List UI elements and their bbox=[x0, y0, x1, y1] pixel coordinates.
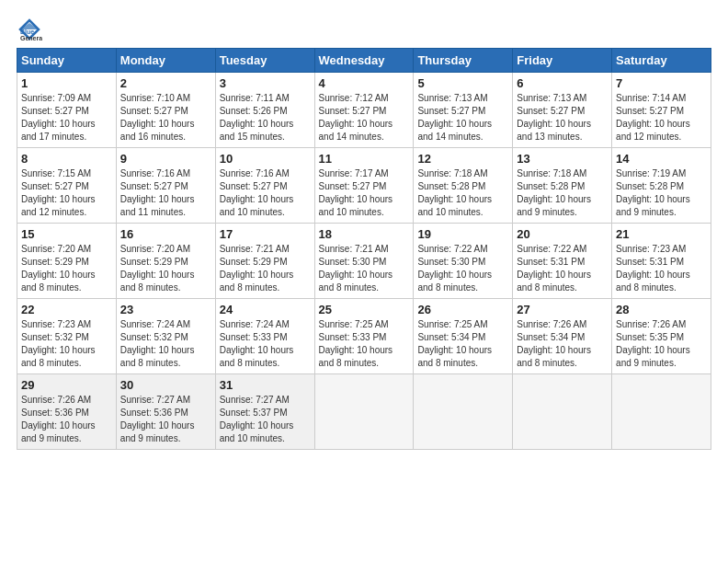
sunset-text: Sunset: 5:31 PM bbox=[517, 256, 608, 269]
day-number: 23 bbox=[120, 303, 211, 316]
sunset-text: Sunset: 5:32 PM bbox=[21, 331, 112, 344]
sunset-text: Sunset: 5:27 PM bbox=[517, 105, 608, 118]
day-info: Sunrise: 7:27 AMSunset: 5:36 PMDaylight:… bbox=[120, 394, 211, 445]
sunset-text: Sunset: 5:28 PM bbox=[417, 180, 508, 193]
day-info: Sunrise: 7:17 AMSunset: 5:27 PMDaylight:… bbox=[319, 167, 410, 219]
sunset-text: Sunset: 5:27 PM bbox=[616, 105, 707, 118]
day-info: Sunrise: 7:23 AMSunset: 5:32 PMDaylight:… bbox=[21, 318, 112, 370]
daylight-text: Daylight: 10 hours and 8 minutes. bbox=[616, 269, 707, 294]
sunset-text: Sunset: 5:28 PM bbox=[616, 180, 707, 193]
sunset-text: Sunset: 5:27 PM bbox=[21, 105, 112, 118]
sunrise-text: Sunrise: 7:18 AM bbox=[417, 167, 508, 180]
day-info: Sunrise: 7:26 AMSunset: 5:35 PMDaylight:… bbox=[616, 318, 707, 370]
daylight-text: Daylight: 10 hours and 8 minutes. bbox=[417, 269, 508, 294]
daylight-text: Daylight: 10 hours and 9 minutes. bbox=[120, 419, 211, 445]
day-info: Sunrise: 7:26 AMSunset: 5:36 PMDaylight:… bbox=[21, 394, 112, 445]
sunset-text: Sunset: 5:34 PM bbox=[517, 331, 608, 344]
calendar-table: SundayMondayTuesdayWednesdayThursdayFrid… bbox=[17, 48, 711, 450]
weekday-header-sunday: Sunday bbox=[17, 49, 117, 73]
day-number: 26 bbox=[417, 303, 508, 316]
calendar-week-2: 8Sunrise: 7:15 AMSunset: 5:27 PMDaylight… bbox=[17, 148, 711, 224]
calendar-cell: 26Sunrise: 7:25 AMSunset: 5:34 PMDayligh… bbox=[414, 299, 513, 374]
weekday-header-thursday: Thursday bbox=[414, 49, 513, 73]
day-number: 27 bbox=[517, 303, 608, 316]
calendar-cell: 31Sunrise: 7:27 AMSunset: 5:37 PMDayligh… bbox=[215, 374, 314, 450]
sunrise-text: Sunrise: 7:24 AM bbox=[120, 318, 211, 331]
day-info: Sunrise: 7:22 AMSunset: 5:31 PMDaylight:… bbox=[517, 243, 608, 294]
day-number: 12 bbox=[417, 152, 508, 166]
weekday-header-tuesday: Tuesday bbox=[215, 49, 314, 73]
calendar-cell: 9Sunrise: 7:16 AMSunset: 5:27 PMDaylight… bbox=[116, 148, 215, 224]
daylight-text: Daylight: 10 hours and 10 minutes. bbox=[319, 193, 410, 219]
weekday-header-monday: Monday bbox=[116, 49, 215, 73]
header: General Blue bbox=[17, 17, 711, 42]
calendar-cell: 20Sunrise: 7:22 AMSunset: 5:31 PMDayligh… bbox=[513, 224, 612, 299]
daylight-text: Daylight: 10 hours and 8 minutes. bbox=[417, 344, 508, 370]
sunrise-text: Sunrise: 7:26 AM bbox=[517, 318, 608, 331]
sunset-text: Sunset: 5:30 PM bbox=[319, 256, 410, 269]
calendar-cell: 10Sunrise: 7:16 AMSunset: 5:27 PMDayligh… bbox=[215, 148, 314, 224]
sunrise-text: Sunrise: 7:12 AM bbox=[319, 92, 410, 105]
calendar-cell: 12Sunrise: 7:18 AMSunset: 5:28 PMDayligh… bbox=[414, 148, 513, 224]
daylight-text: Daylight: 10 hours and 8 minutes. bbox=[220, 269, 311, 294]
day-number: 18 bbox=[319, 227, 410, 241]
day-info: Sunrise: 7:16 AMSunset: 5:27 PMDaylight:… bbox=[120, 167, 211, 219]
day-number: 25 bbox=[319, 303, 410, 316]
calendar-cell: 28Sunrise: 7:26 AMSunset: 5:35 PMDayligh… bbox=[612, 299, 711, 374]
daylight-text: Daylight: 10 hours and 9 minutes. bbox=[616, 344, 707, 370]
calendar-cell: 3Sunrise: 7:11 AMSunset: 5:26 PMDaylight… bbox=[215, 73, 314, 148]
sunset-text: Sunset: 5:34 PM bbox=[417, 331, 508, 344]
day-number: 30 bbox=[120, 378, 211, 392]
day-info: Sunrise: 7:25 AMSunset: 5:33 PMDaylight:… bbox=[319, 318, 410, 370]
calendar-cell: 8Sunrise: 7:15 AMSunset: 5:27 PMDaylight… bbox=[17, 148, 117, 224]
daylight-text: Daylight: 10 hours and 17 minutes. bbox=[21, 118, 112, 144]
calendar-cell bbox=[513, 374, 612, 450]
day-info: Sunrise: 7:21 AMSunset: 5:30 PMDaylight:… bbox=[319, 243, 410, 294]
sunset-text: Sunset: 5:32 PM bbox=[120, 331, 211, 344]
day-number: 20 bbox=[517, 227, 608, 241]
day-number: 3 bbox=[220, 76, 311, 90]
calendar-week-3: 15Sunrise: 7:20 AMSunset: 5:29 PMDayligh… bbox=[17, 224, 711, 299]
day-number: 28 bbox=[616, 303, 707, 316]
daylight-text: Daylight: 10 hours and 14 minutes. bbox=[417, 118, 508, 144]
day-info: Sunrise: 7:24 AMSunset: 5:33 PMDaylight:… bbox=[220, 318, 311, 370]
calendar-cell: 17Sunrise: 7:21 AMSunset: 5:29 PMDayligh… bbox=[215, 224, 314, 299]
page: General Blue SundayMondayTuesdayWednesda… bbox=[0, 0, 728, 563]
sunset-text: Sunset: 5:27 PM bbox=[120, 105, 211, 118]
day-info: Sunrise: 7:25 AMSunset: 5:34 PMDaylight:… bbox=[417, 318, 508, 370]
daylight-text: Daylight: 10 hours and 12 minutes. bbox=[21, 193, 112, 219]
daylight-text: Daylight: 10 hours and 16 minutes. bbox=[120, 118, 211, 144]
daylight-text: Daylight: 10 hours and 8 minutes. bbox=[120, 344, 211, 370]
daylight-text: Daylight: 10 hours and 9 minutes. bbox=[616, 193, 707, 219]
daylight-text: Daylight: 10 hours and 8 minutes. bbox=[21, 344, 112, 370]
sunrise-text: Sunrise: 7:26 AM bbox=[21, 394, 112, 407]
daylight-text: Daylight: 10 hours and 8 minutes. bbox=[319, 269, 410, 294]
day-info: Sunrise: 7:14 AMSunset: 5:27 PMDaylight:… bbox=[616, 92, 707, 144]
calendar-week-5: 29Sunrise: 7:26 AMSunset: 5:36 PMDayligh… bbox=[17, 374, 711, 450]
daylight-text: Daylight: 10 hours and 15 minutes. bbox=[220, 118, 311, 144]
day-number: 16 bbox=[120, 227, 211, 241]
day-number: 10 bbox=[220, 152, 311, 166]
daylight-text: Daylight: 10 hours and 13 minutes. bbox=[517, 118, 608, 144]
day-info: Sunrise: 7:11 AMSunset: 5:26 PMDaylight:… bbox=[220, 92, 311, 144]
day-number: 22 bbox=[21, 303, 112, 316]
sunset-text: Sunset: 5:35 PM bbox=[616, 331, 707, 344]
calendar-week-1: 1Sunrise: 7:09 AMSunset: 5:27 PMDaylight… bbox=[17, 73, 711, 148]
day-info: Sunrise: 7:24 AMSunset: 5:32 PMDaylight:… bbox=[120, 318, 211, 370]
calendar-cell: 4Sunrise: 7:12 AMSunset: 5:27 PMDaylight… bbox=[314, 73, 414, 148]
daylight-text: Daylight: 10 hours and 10 minutes. bbox=[220, 419, 311, 445]
daylight-text: Daylight: 10 hours and 14 minutes. bbox=[319, 118, 410, 144]
day-number: 24 bbox=[220, 303, 311, 316]
weekday-header-wednesday: Wednesday bbox=[314, 49, 414, 73]
daylight-text: Daylight: 10 hours and 11 minutes. bbox=[120, 193, 211, 219]
daylight-text: Daylight: 10 hours and 9 minutes. bbox=[517, 193, 608, 219]
day-info: Sunrise: 7:18 AMSunset: 5:28 PMDaylight:… bbox=[517, 167, 608, 219]
day-info: Sunrise: 7:22 AMSunset: 5:30 PMDaylight:… bbox=[417, 243, 508, 294]
calendar-cell: 6Sunrise: 7:13 AMSunset: 5:27 PMDaylight… bbox=[513, 73, 612, 148]
day-info: Sunrise: 7:10 AMSunset: 5:27 PMDaylight:… bbox=[120, 92, 211, 144]
sunset-text: Sunset: 5:27 PM bbox=[120, 180, 211, 193]
sunrise-text: Sunrise: 7:27 AM bbox=[120, 394, 211, 407]
weekday-header-row: SundayMondayTuesdayWednesdayThursdayFrid… bbox=[17, 49, 711, 73]
day-info: Sunrise: 7:13 AMSunset: 5:27 PMDaylight:… bbox=[417, 92, 508, 144]
calendar-cell: 7Sunrise: 7:14 AMSunset: 5:27 PMDaylight… bbox=[612, 73, 711, 148]
